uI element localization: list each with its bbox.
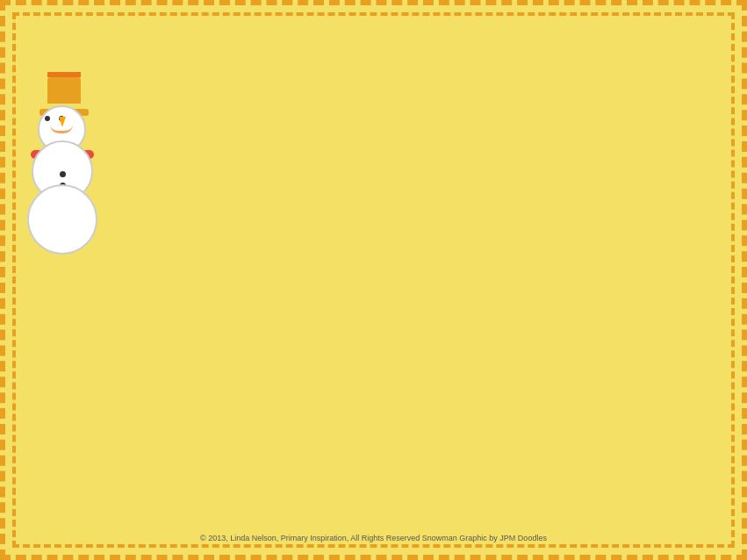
button1 — [60, 171, 66, 177]
snowman — [18, 79, 106, 255]
hat-band — [47, 72, 81, 77]
outer-border — [12, 12, 735, 548]
footer: © 2013, Linda Nelson, Primary Inspiratio… — [5, 532, 742, 544]
eye-left — [45, 116, 50, 121]
snow-bottom — [27, 184, 97, 255]
hat-top — [47, 77, 81, 104]
snowman-area — [14, 79, 111, 263]
